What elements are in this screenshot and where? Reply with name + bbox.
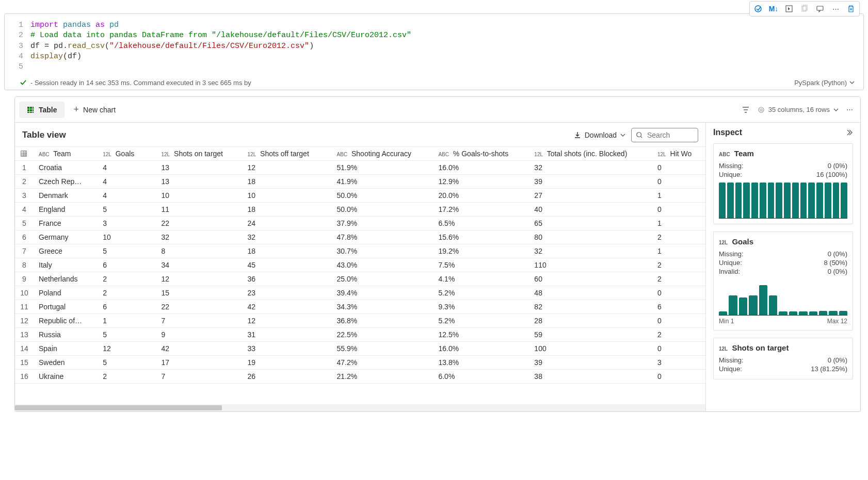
- inspect-column-card[interactable]: ABC TeamMissing:0 (0%)Unique:16 (100%): [713, 143, 853, 224]
- filter-icon[interactable]: [742, 106, 750, 114]
- search-icon: [636, 131, 643, 139]
- output-panel: Table + New chart 35 columns, 16 rows ⋯: [14, 96, 861, 412]
- code-editor[interactable]: 12345 import pandas as pd# Load data int…: [5, 14, 863, 76]
- table-row[interactable]: 6Germany10323247.8%15.6%802: [15, 230, 705, 244]
- code-cell: 12345 import pandas as pd# Load data int…: [4, 13, 864, 90]
- copy-icon[interactable]: [797, 3, 812, 15]
- svg-rect-7: [33, 107, 34, 109]
- table-row[interactable]: 7Greece581830.7%19.2%321: [15, 244, 705, 258]
- table-row[interactable]: 4England5111850.0%17.2%400: [15, 203, 705, 217]
- row-index-header[interactable]: [15, 147, 34, 161]
- table-row[interactable]: 16Ukraine272621.2%6.0%380: [15, 370, 705, 384]
- inspect-title: Inspect: [713, 128, 742, 137]
- inspect-column-card[interactable]: 12L GoalsMissing:0 (0%)Unique:8 (50%)Inv…: [713, 231, 853, 330]
- markdown-icon[interactable]: M↓: [766, 3, 781, 15]
- svg-point-16: [637, 133, 641, 137]
- svg-point-14: [759, 107, 764, 112]
- column-header[interactable]: ABC Shooting Accuracy: [332, 147, 433, 161]
- tab-new-chart[interactable]: + New chart: [67, 100, 123, 119]
- download-button[interactable]: Download: [573, 131, 626, 139]
- svg-rect-6: [30, 107, 32, 109]
- table-row[interactable]: 12Republic of…171236.8%5.2%280: [15, 314, 705, 328]
- status-check-icon: [19, 78, 27, 87]
- chevron-down-icon: [833, 107, 839, 113]
- chevron-down-icon: [620, 132, 626, 138]
- table-grid-icon: [26, 106, 35, 114]
- svg-rect-5: [27, 107, 29, 109]
- svg-rect-4: [817, 6, 823, 10]
- inspect-column-card[interactable]: 12L Shots on targetMissing:0 (0%)Unique:…: [713, 338, 853, 379]
- table-row[interactable]: 2Czech Rep…4131841.9%12.9%390: [15, 175, 705, 189]
- svg-rect-13: [33, 112, 34, 113]
- inspect-panel: Inspect ABC TeamMissing:0 (0%)Unique:16 …: [705, 123, 860, 411]
- svg-point-15: [760, 109, 762, 111]
- table-row[interactable]: 10Poland2152339.4%5.2%480: [15, 286, 705, 300]
- table-row[interactable]: 13Russia593122.5%12.5%592: [15, 328, 705, 342]
- more-output-icon[interactable]: ⋯: [846, 106, 853, 113]
- svg-rect-9: [30, 109, 32, 111]
- plus-icon: +: [74, 104, 79, 115]
- column-header[interactable]: 12L Goals: [98, 147, 156, 161]
- table-row[interactable]: 14Spain12423355.9%16.0%1000: [15, 342, 705, 356]
- status-text: - Session ready in 14 sec 353 ms. Comman…: [30, 79, 251, 87]
- table-row[interactable]: 11Portugal6224234.3%9.3%826: [15, 300, 705, 314]
- table-row[interactable]: 9Netherlands2123625.0%4.1%602: [15, 272, 705, 286]
- cell-toolbar: M↓ ⋯: [749, 1, 860, 16]
- table-row[interactable]: 8Italy6344543.0%7.5%1102: [15, 258, 705, 272]
- distribution-chart: [719, 183, 847, 219]
- column-header[interactable]: 12L Shots off target: [243, 147, 332, 161]
- chevron-down-icon: [849, 79, 855, 86]
- column-header[interactable]: ABC Team: [34, 147, 98, 161]
- svg-rect-11: [27, 112, 29, 113]
- column-header[interactable]: 12L Shots on target: [156, 147, 242, 161]
- table-view-title: Table view: [22, 130, 66, 140]
- distribution-chart: [719, 279, 847, 316]
- run-below-icon[interactable]: [782, 3, 796, 15]
- status-bar: - Session ready in 14 sec 353 ms. Comman…: [5, 76, 863, 90]
- columns-info[interactable]: 35 columns, 16 rows: [757, 106, 839, 114]
- svg-rect-17: [21, 151, 27, 157]
- svg-rect-12: [30, 112, 32, 113]
- table-row[interactable]: 5France3222437.9%6.5%651: [15, 217, 705, 230]
- search-input[interactable]: [631, 128, 698, 142]
- table-row[interactable]: 1Croatia4131251.9%16.0%320: [15, 161, 705, 175]
- svg-rect-10: [33, 109, 34, 111]
- data-table[interactable]: ABC Team12L Goals12L Shots on target12L …: [15, 146, 705, 384]
- column-header[interactable]: ABC % Goals-to-shots: [433, 147, 529, 161]
- data-wrangler-icon[interactable]: [751, 3, 765, 15]
- download-icon: [573, 131, 582, 139]
- gear-icon: [757, 106, 765, 114]
- tab-table[interactable]: Table: [19, 102, 65, 118]
- column-header[interactable]: 12L Hit Wo: [652, 147, 705, 161]
- table-row[interactable]: 3Denmark4101050.0%20.0%271: [15, 189, 705, 203]
- svg-point-0: [755, 6, 761, 12]
- collapse-inspect-icon[interactable]: [845, 128, 853, 137]
- svg-rect-8: [27, 109, 29, 111]
- language-selector[interactable]: PySpark (Python): [794, 79, 855, 87]
- more-icon[interactable]: ⋯: [828, 3, 843, 15]
- delete-icon[interactable]: [844, 3, 858, 15]
- table-row[interactable]: 15Sweden5171947.2%13.8%393: [15, 356, 705, 370]
- horizontal-scrollbar[interactable]: [15, 404, 705, 411]
- column-header[interactable]: 12L Total shots (inc. Blocked): [529, 147, 652, 161]
- comment-icon[interactable]: [813, 3, 827, 15]
